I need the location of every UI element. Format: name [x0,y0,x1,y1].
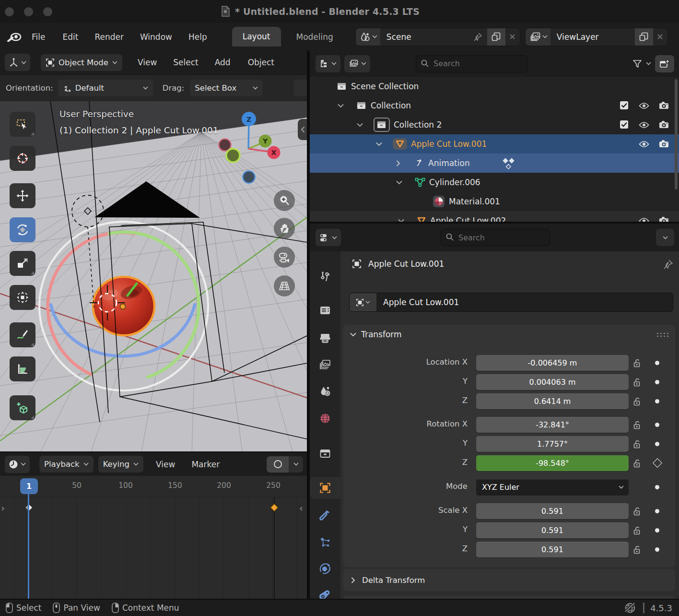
pin-icon[interactable] [663,259,673,270]
timeline-editor-type-button[interactable] [5,456,30,473]
hide-eye-icon[interactable] [639,102,649,109]
camera-view-button[interactable] [274,247,295,268]
editor-type-button[interactable] [5,54,30,71]
exclude-checkbox[interactable] [620,120,629,129]
lock-icon[interactable] [633,420,641,430]
disclosure-down-icon[interactable] [376,142,382,146]
row-label[interactable]: Animation [428,158,470,168]
scale-y-field[interactable]: 0.591 [476,522,629,538]
lock-icon[interactable] [633,545,641,555]
hide-eye-icon[interactable] [639,217,649,222]
scene-browse-button[interactable] [356,28,380,46]
outliner-scrollbar[interactable] [675,79,678,190]
tl-menu-marker[interactable]: Marker [189,457,222,472]
minimize-window-button[interactable] [24,7,33,16]
tool-select-box[interactable] [10,112,35,137]
breadcrumb-object-name[interactable]: Apple Cut Low.001 [368,259,444,269]
tool-move[interactable] [10,183,35,208]
animate-dot[interactable] [655,361,659,365]
tab-output[interactable] [310,327,340,349]
scene-name[interactable]: Scene [380,32,416,42]
tool-add-cube[interactable] [10,395,35,420]
properties-options-button[interactable] [656,229,674,246]
vp-menu-select[interactable]: Select [171,55,200,70]
properties-editor-type-button[interactable] [316,229,341,246]
menu-help[interactable]: Help [187,29,209,45]
lock-icon[interactable] [633,397,641,406]
delta-transform-panel[interactable]: Delta Transform [343,569,675,591]
tool-annotate[interactable] [10,322,35,347]
menu-edit[interactable]: Edit [60,29,80,45]
disclosure-down-icon[interactable] [398,219,404,222]
tool-measure[interactable] [10,356,35,381]
row-label[interactable]: Material.001 [449,197,500,206]
rotation-z-field[interactable]: -98.548° [476,455,629,471]
tab-physics[interactable] [310,557,340,580]
outliner-search[interactable] [416,55,527,72]
nav-axis-y-neg[interactable] [226,149,240,162]
collapse-right-icon[interactable]: ‹ [299,503,303,513]
view-layer-name[interactable]: ViewLayer [550,32,604,42]
tab-tool[interactable] [310,266,340,288]
menu-file[interactable]: File [30,29,47,45]
tool-scale[interactable] [10,251,35,276]
rotation-mode-dropdown[interactable]: XYZ Euler [476,479,629,495]
clipped-tool-button[interactable] [293,80,307,96]
outliner-editor-type-button[interactable] [316,55,340,72]
row-label[interactable]: Collection 2 [394,120,442,130]
animate-dot[interactable] [655,442,659,446]
workspace-tab-layout[interactable]: Layout [232,27,281,47]
transform-panel-header[interactable]: Transform [343,325,675,344]
row-label[interactable]: Apple Cut Low.001 [411,139,487,149]
menu-render[interactable]: Render [93,29,126,45]
pan-button[interactable] [274,218,295,239]
exclude-checkbox[interactable] [620,101,629,110]
object-name-input[interactable] [376,297,673,308]
timeline-ruler[interactable]: 1 50 100 150 200 250 [0,476,307,497]
tab-scene[interactable] [310,380,340,403]
keyframe-diamond-indicator[interactable] [653,458,662,468]
view-layer-browse-button[interactable] [526,28,550,46]
properties-search-input[interactable] [441,229,550,246]
scale-x-field[interactable]: 0.591 [476,503,629,519]
tl-menu-view[interactable]: View [154,457,177,472]
workspace-tab-modeling[interactable]: Modeling [286,27,344,47]
lock-icon[interactable] [633,459,641,468]
outliner-row-scene-collection[interactable]: Scene Collection [310,77,679,96]
camera-visibility-icon[interactable] [659,216,669,222]
animate-dot[interactable] [655,485,659,489]
camera-visibility-icon[interactable] [659,120,669,129]
lock-icon[interactable] [633,358,641,368]
remove-view-layer-button[interactable] [653,28,667,46]
zoom-window-button[interactable] [43,7,52,16]
tool-rotate[interactable] [10,217,35,242]
vp-menu-add[interactable]: Add [213,55,233,70]
mode-dropdown[interactable]: Object Mode [41,54,122,71]
vp-menu-object[interactable]: Object [246,55,276,70]
animate-dot[interactable] [655,399,659,403]
lock-icon[interactable] [633,507,641,516]
hide-eye-icon[interactable] [639,141,649,148]
scale-z-field[interactable]: 0.591 [476,542,629,557]
playback-menu[interactable]: Playback [39,456,94,473]
perspective-toggle-button[interactable] [274,275,295,296]
pin-icon[interactable] [473,32,482,42]
hide-eye-icon[interactable] [639,121,649,129]
current-frame-badge[interactable]: 1 [20,478,38,494]
tab-object[interactable] [310,477,340,499]
tab-particles[interactable] [310,531,340,553]
properties-search[interactable] [441,229,550,246]
sidebar-collapse-tab[interactable] [298,119,307,140]
disclosure-right-icon[interactable] [396,160,400,166]
lock-icon[interactable] [633,526,641,535]
viewport-scene[interactable]: Z Y X [0,101,307,451]
animate-dot[interactable] [655,509,659,513]
tool-cursor[interactable] [10,146,35,171]
offline-globe-icon[interactable] [624,602,636,614]
disclosure-down-icon[interactable] [357,123,363,127]
outliner-row-material-001[interactable]: Material.001 [310,192,679,211]
auto-key-options-button[interactable] [289,456,303,473]
tab-collection[interactable] [310,442,340,464]
location-z-field[interactable]: 0.6414 m [476,393,629,409]
keyframe-diamond-frame250[interactable] [270,503,279,512]
